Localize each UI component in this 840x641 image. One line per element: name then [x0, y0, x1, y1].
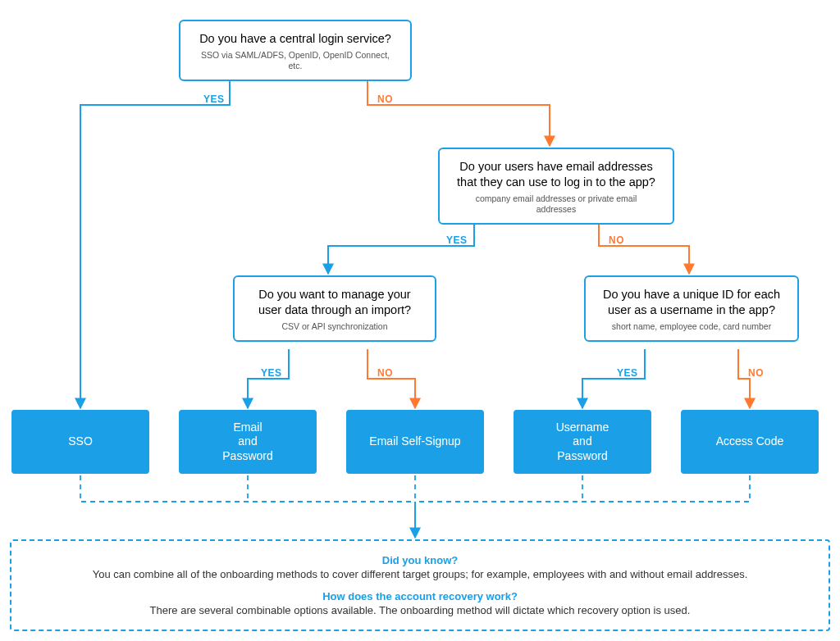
- decision-manage-import: Do you want to manage your user data thr…: [233, 275, 436, 342]
- info-heading-1: Did you know?: [26, 554, 814, 566]
- decision-subtext: CSV or API synchronization: [249, 321, 420, 332]
- edge-q3-yes: YES: [261, 367, 282, 379]
- decision-question: Do you have a unique ID for each user as…: [600, 287, 783, 318]
- result-email-password: EmailandPassword: [179, 410, 317, 474]
- edge-q1-no: NO: [377, 93, 393, 105]
- edge-q4-yes: YES: [617, 367, 638, 379]
- flowchart-stage: YES NO YES NO YES NO YES NO Do you have …: [0, 0, 840, 641]
- decision-subtext: SSO via SAML/ADFS, OpenID, OpenID Connec…: [195, 50, 395, 71]
- result-access-code: Access Code: [681, 410, 819, 474]
- decision-users-email: Do your users have email addresses that …: [438, 148, 674, 225]
- edge-q4-no: NO: [748, 367, 764, 379]
- decision-question: Do you want to manage your user data thr…: [249, 287, 420, 318]
- edge-q3-no: NO: [377, 367, 393, 379]
- info-panel: Did you know? You can combine all of the…: [10, 539, 830, 631]
- result-username-password: UsernameandPassword: [514, 410, 651, 474]
- result-email-self-signup: Email Self-Signup: [346, 410, 484, 474]
- info-text-1: You can combine all of the onboarding me…: [26, 568, 814, 580]
- decision-central-login: Do you have a central login service? SSO…: [179, 20, 412, 81]
- decision-subtext: company email addresses or private email…: [454, 193, 658, 215]
- edge-q1-yes: YES: [203, 93, 225, 105]
- decision-question: Do your users have email addresses that …: [454, 159, 658, 190]
- decision-unique-id: Do you have a unique ID for each user as…: [584, 275, 799, 342]
- decision-question: Do you have a central login service?: [195, 31, 395, 47]
- result-sso: SSO: [11, 410, 149, 474]
- info-heading-2: How does the account recovery work?: [26, 590, 814, 602]
- decision-subtext: short name, employee code, card number: [600, 321, 783, 332]
- edge-q2-yes: YES: [446, 234, 468, 246]
- edge-q2-no: NO: [609, 234, 624, 246]
- info-text-2: There are several combinable options ava…: [26, 604, 814, 616]
